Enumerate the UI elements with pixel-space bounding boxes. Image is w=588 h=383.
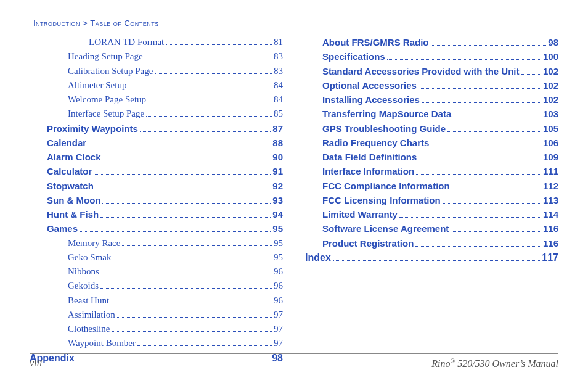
toc-entry[interactable]: Radio Frequency Charts106 <box>305 136 558 150</box>
toc-entry[interactable]: Product Registration116 <box>305 236 558 250</box>
toc-entry[interactable]: Standard Accessories Provided with the U… <box>305 64 558 78</box>
toc-entry[interactable]: Waypoint Bomber97 <box>30 336 283 350</box>
toc-entry[interactable]: FCC Compliance Information112 <box>305 179 558 193</box>
leader-dots <box>101 270 272 274</box>
toc-entry[interactable]: Geko Smak95 <box>30 250 283 265</box>
leader-dots <box>166 40 272 45</box>
toc-entry-label: About FRS/GMRS Radio <box>322 35 429 49</box>
leader-dots <box>96 184 271 189</box>
toc-entry[interactable]: Hunt & Fish94 <box>30 207 283 221</box>
toc-entry-page: 97 <box>274 308 283 322</box>
leader-dots <box>80 227 271 232</box>
footer-manual-title: Rino® 520/530 Owner’s Manual <box>431 358 558 369</box>
toc-entry[interactable]: Assimilation97 <box>30 308 283 322</box>
toc-entry-label: Gekoids <box>68 279 99 293</box>
toc-entry[interactable]: Heading Setup Page83 <box>30 49 283 64</box>
toc-entry-page: 92 <box>272 179 283 193</box>
toc-entry[interactable]: Altimeter Setup84 <box>30 78 283 93</box>
page-footer: viii Rino® 520/530 Owner’s Manual <box>30 353 558 369</box>
registered-mark-icon: ® <box>451 358 455 364</box>
toc-entry-page: 84 <box>274 78 283 93</box>
leader-dots <box>88 141 271 146</box>
toc-entry-label: Interface Information <box>322 164 414 178</box>
toc-entry-page: 94 <box>272 207 283 221</box>
toc-entry[interactable]: Beast Hunt96 <box>30 294 283 308</box>
leader-dots <box>521 69 541 74</box>
toc-entry-label: Waypoint Bomber <box>68 336 136 350</box>
toc-entry[interactable]: Data Field Definitions109 <box>305 150 558 164</box>
toc-entry[interactable]: Memory Race95 <box>30 236 283 250</box>
toc-entry-page: 81 <box>274 35 283 49</box>
toc-entry-page: 100 <box>543 49 558 64</box>
toc-entry[interactable]: Interface Information111 <box>305 164 558 178</box>
toc-entry-label: Beast Hunt <box>68 294 109 308</box>
toc-entry-page: 117 <box>542 250 558 266</box>
toc-entry[interactable]: Software License Agreement116 <box>305 221 558 236</box>
leader-dots <box>146 112 272 117</box>
toc-entry[interactable]: Interface Setup Page85 <box>30 107 283 121</box>
toc-entry-label: Stopwatch <box>47 179 94 193</box>
toc-entry-label: Interface Setup Page <box>68 107 144 121</box>
leader-dots <box>333 255 541 261</box>
toc-entry-label: FCC Licensing Information <box>322 193 441 207</box>
toc-entry-page: 83 <box>274 49 283 64</box>
footer-page-number: viii <box>30 358 42 369</box>
toc-entry-page: 96 <box>274 265 283 279</box>
toc-entry[interactable]: FCC Licensing Information113 <box>305 193 558 207</box>
toc-entry-label: GPS Troubleshooting Guide <box>322 121 446 136</box>
toc-entry[interactable]: Installing Accessories102 <box>305 93 558 107</box>
toc-entry-page: 106 <box>543 136 558 150</box>
toc-entry-page: 93 <box>272 193 283 207</box>
toc-column-right: About FRS/GMRS Radio98Specifications100S… <box>305 35 558 366</box>
toc-entry[interactable]: Calibration Setup Page 83 <box>30 64 283 78</box>
leader-dots <box>419 155 541 160</box>
toc-entry[interactable]: Proximity Waypoints87 <box>30 121 283 136</box>
toc-entry[interactable]: Limited Warranty114 <box>305 207 558 221</box>
toc-entry-label: Assimilation <box>68 308 115 322</box>
leader-dots <box>447 126 541 131</box>
leader-dots <box>94 170 271 175</box>
toc-entry[interactable]: Optional Accessories102 <box>305 78 558 93</box>
toc-entry-label: Geko Smak <box>68 250 111 265</box>
leader-dots <box>137 341 272 346</box>
toc-entry[interactable]: Transferring MapSource Data103 <box>305 107 558 121</box>
leader-dots <box>399 213 541 218</box>
toc-entry[interactable]: Calendar88 <box>30 136 283 150</box>
toc-entry[interactable]: Welcome Page Setup84 <box>30 93 283 107</box>
toc-entry[interactable]: About FRS/GMRS Radio98 <box>305 35 558 49</box>
toc-entry-page: 116 <box>543 221 558 236</box>
toc-entry[interactable]: LORAN TD Format81 <box>30 35 283 49</box>
toc-entry-label: Installing Accessories <box>322 93 420 107</box>
toc-entry[interactable]: GPS Troubleshooting Guide105 <box>305 121 558 136</box>
toc-entry[interactable]: Stopwatch92 <box>30 179 283 193</box>
toc-entry-label: Product Registration <box>322 236 414 250</box>
toc-entry[interactable]: Games95 <box>30 221 283 236</box>
footer-product-name: Rino <box>431 358 450 369</box>
toc-columns: LORAN TD Format81Heading Setup Page83Cal… <box>30 35 558 366</box>
toc-entry-label: Calibration Setup Page <box>68 64 153 78</box>
toc-entry[interactable]: Specifications100 <box>305 49 558 64</box>
toc-entry-label: Nibbons <box>68 265 99 279</box>
toc-entry-page: 90 <box>272 150 283 164</box>
toc-entry[interactable]: Calculator91 <box>30 164 283 178</box>
toc-entry-page: 102 <box>543 78 558 93</box>
leader-dots <box>113 255 272 260</box>
leader-dots <box>416 170 541 175</box>
leader-dots <box>117 313 272 318</box>
toc-entry[interactable]: Sun & Moon93 <box>30 193 283 207</box>
leader-dots <box>451 227 541 232</box>
toc-entry[interactable]: Clothesline97 <box>30 322 283 336</box>
toc-entry-page: 102 <box>543 93 558 107</box>
toc-entry-page: 95 <box>274 236 283 250</box>
toc-entry[interactable]: Gekoids96 <box>30 279 283 293</box>
toc-entry[interactable]: Alarm Clock90 <box>30 150 283 164</box>
breadcrumb-separator: > <box>80 19 90 28</box>
toc-entry-page: 109 <box>543 150 558 164</box>
toc-entry[interactable]: Index117 <box>305 250 558 266</box>
toc-entry-label: Games <box>47 221 78 236</box>
leader-dots <box>443 199 541 204</box>
leader-dots <box>148 97 272 102</box>
toc-entry[interactable]: Nibbons96 <box>30 265 283 279</box>
toc-entry-page: 112 <box>543 179 558 193</box>
toc-column-left: LORAN TD Format81Heading Setup Page83Cal… <box>30 35 283 366</box>
